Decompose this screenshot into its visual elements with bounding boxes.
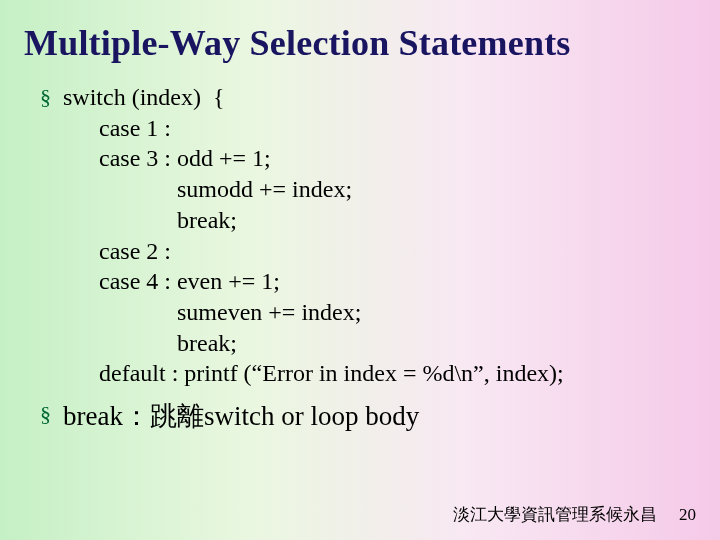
code-line: break;: [63, 328, 564, 359]
bullet-icon: §: [40, 86, 51, 108]
code-line: default : printf (“Error in index = %d\n…: [63, 358, 564, 389]
code-line: break;: [63, 205, 564, 236]
code-line: sumodd += index;: [63, 174, 564, 205]
code-block-2: break：跳離switch or loop body: [63, 399, 419, 434]
content-area: § switch (index) { case 1 : case 3 : odd…: [0, 64, 720, 434]
code-line: case 4 : even += 1;: [63, 266, 564, 297]
bullet-icon: §: [40, 403, 51, 425]
footer-author: 淡江大學資訊管理系候永昌: [453, 505, 657, 524]
bullet-item-2: § break：跳離switch or loop body: [40, 389, 720, 434]
code-line: sumeven += index;: [63, 297, 564, 328]
footer: 淡江大學資訊管理系候永昌 20: [453, 503, 696, 526]
code-line: switch (index) {: [63, 82, 564, 113]
code-line: case 2 :: [63, 236, 564, 267]
slide-title: Multiple-Way Selection Statements: [0, 0, 720, 64]
code-line: break：跳離switch or loop body: [63, 399, 419, 434]
code-block-1: switch (index) { case 1 : case 3 : odd +…: [63, 82, 564, 389]
bullet-item-1: § switch (index) { case 1 : case 3 : odd…: [40, 82, 720, 389]
code-line: case 1 :: [63, 113, 564, 144]
code-line: case 3 : odd += 1;: [63, 143, 564, 174]
footer-page: 20: [679, 505, 696, 524]
